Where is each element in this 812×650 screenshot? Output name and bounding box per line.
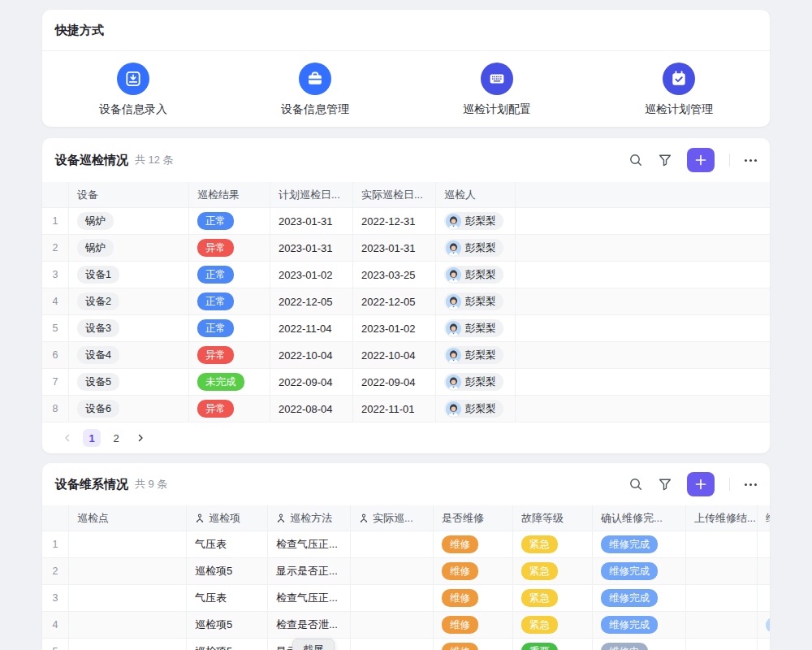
page-2-button[interactable]: 2 — [107, 429, 125, 447]
table-row[interactable]: 4设备2正常2022-12-052022-12-05彭梨梨 — [42, 288, 770, 315]
last-cell[interactable] — [758, 612, 770, 638]
item-cell[interactable]: 巡检项5 — [187, 639, 268, 650]
result-cell[interactable]: 正常 — [189, 208, 270, 234]
level-cell[interactable]: 紧急 — [513, 558, 593, 584]
empty-cell[interactable] — [516, 288, 770, 314]
table-row[interactable]: 6设备4异常2022-10-042022-10-04彭梨梨 — [42, 342, 770, 369]
device-cell[interactable]: 设备5 — [69, 369, 189, 395]
shortcut-item-plan-config[interactable]: 巡检计划配置 — [406, 51, 588, 127]
actual-date-cell[interactable]: 2022-12-31 — [353, 208, 436, 234]
header-cell[interactable]: 巡检结果 — [189, 182, 270, 207]
point-cell[interactable] — [69, 558, 187, 584]
device-cell[interactable]: 锅炉 — [69, 208, 189, 234]
level-cell[interactable]: 紧急 — [513, 612, 593, 638]
method-cell[interactable]: 检查气压正... — [268, 531, 351, 557]
repair-cell[interactable]: 维修 — [434, 585, 513, 611]
inspector-cell[interactable]: 彭梨梨 — [436, 396, 516, 422]
table-row[interactable]: 7设备5未完成2022-09-042022-09-04彭梨梨 — [42, 369, 770, 396]
header-cell[interactable]: 巡检点 — [69, 505, 187, 531]
add-record-button[interactable] — [687, 472, 715, 496]
result-cell[interactable]: 正常 — [189, 315, 270, 341]
upload-cell[interactable] — [686, 612, 758, 638]
method-cell[interactable]: 检查气压正... — [268, 585, 351, 611]
header-cell[interactable] — [516, 182, 770, 207]
header-cell[interactable]: 计划巡检日... — [270, 182, 353, 207]
repair-cell[interactable]: 维修 — [434, 558, 513, 584]
item-cell[interactable]: 气压表 — [187, 585, 268, 611]
device-cell[interactable]: 设备2 — [69, 288, 189, 314]
more-button[interactable] — [745, 483, 757, 486]
inspector-cell[interactable]: 彭梨梨 — [436, 288, 516, 314]
header-cell[interactable]: 实际巡检日... — [353, 182, 436, 207]
header-cell[interactable]: 故障等级 — [513, 505, 593, 531]
inspector-cell[interactable]: 彭梨梨 — [436, 369, 516, 395]
inspector-cell[interactable]: 彭梨梨 — [436, 235, 516, 261]
result-cell[interactable]: 正常 — [189, 262, 270, 288]
shortcut-item-plan-manage[interactable]: 巡检计划管理 — [588, 51, 770, 127]
confirm-cell[interactable]: 维修完成 — [593, 558, 686, 584]
confirm-cell[interactable]: 维修完成 — [593, 612, 686, 638]
plan-date-cell[interactable]: 2022-09-04 — [270, 369, 353, 395]
last-cell[interactable] — [758, 531, 770, 557]
actual-date-cell[interactable]: 2022-11-01 — [353, 396, 436, 422]
empty-cell[interactable] — [516, 396, 770, 422]
plan-date-cell[interactable]: 2023-01-31 — [270, 235, 353, 261]
upload-cell[interactable] — [686, 531, 758, 557]
actual-date-cell[interactable]: 2022-09-04 — [353, 369, 436, 395]
point-cell[interactable] — [69, 612, 187, 638]
device-cell[interactable]: 设备4 — [69, 342, 189, 368]
upload-cell[interactable] — [686, 639, 758, 650]
inspector-cell[interactable]: 彭梨梨 — [436, 208, 516, 234]
shortcut-item-device-entry[interactable]: 设备信息录入 — [42, 51, 224, 127]
item-cell[interactable]: 巡检项5 — [187, 558, 268, 584]
table-row[interactable]: 5巡检项5显示是否正...维修重要维修中 — [42, 639, 770, 650]
header-cell[interactable]: 实际巡... — [351, 505, 434, 531]
plan-date-cell[interactable]: 2023-01-02 — [270, 262, 353, 288]
result-cell[interactable]: 异常 — [189, 235, 270, 261]
last-cell[interactable] — [758, 585, 770, 611]
point-cell[interactable] — [69, 531, 187, 557]
inspector-cell[interactable]: 彭梨梨 — [436, 262, 516, 288]
table-row[interactable]: 3气压表检查气压正...维修紧急维修完成 — [42, 585, 770, 612]
item-cell[interactable]: 巡检项5 — [187, 612, 268, 638]
shortcut-item-device-manage[interactable]: 设备信息管理 — [224, 51, 406, 127]
table-row[interactable]: 3设备1正常2023-01-022023-03-25彭梨梨 — [42, 262, 770, 288]
method-cell[interactable]: 检查是否泄... — [268, 612, 351, 638]
empty-cell[interactable] — [516, 315, 770, 341]
empty-cell[interactable] — [516, 208, 770, 234]
actual-cell[interactable] — [351, 585, 434, 611]
header-cell[interactable]: 巡检方法 — [268, 505, 351, 531]
page-1-button[interactable]: 1 — [83, 429, 101, 447]
table-row[interactable]: 2巡检项5显示是否正...维修紧急维修完成 — [42, 558, 770, 585]
empty-cell[interactable] — [516, 369, 770, 395]
search-button[interactable] — [628, 477, 643, 492]
actual-date-cell[interactable]: 2023-01-31 — [353, 235, 436, 261]
actual-cell[interactable] — [351, 639, 434, 650]
table-row[interactable]: 8设备6异常2022-08-042022-11-01彭梨梨 — [42, 396, 770, 422]
filter-button[interactable] — [658, 477, 672, 492]
level-cell[interactable]: 紧急 — [513, 531, 593, 557]
actual-cell[interactable] — [351, 558, 434, 584]
plan-date-cell[interactable]: 2022-11-04 — [270, 315, 353, 341]
device-cell[interactable]: 锅炉 — [69, 235, 189, 261]
empty-cell[interactable] — [516, 235, 770, 261]
result-cell[interactable]: 异常 — [189, 396, 270, 422]
header-cell[interactable]: 设备 — [69, 182, 189, 207]
upload-cell[interactable] — [686, 585, 758, 611]
result-cell[interactable]: 未完成 — [189, 369, 270, 395]
filter-button[interactable] — [658, 153, 672, 167]
actual-date-cell[interactable]: 2023-01-02 — [353, 315, 436, 341]
table-row[interactable]: 1气压表检查气压正...维修紧急维修完成 — [42, 531, 770, 558]
table-row[interactable]: 5设备3正常2022-11-042023-01-02彭梨梨 — [42, 315, 770, 342]
method-cell[interactable]: 显示是否正... — [268, 558, 351, 584]
confirm-cell[interactable]: 维修完成 — [593, 531, 686, 557]
last-cell[interactable] — [758, 558, 770, 584]
point-cell[interactable] — [69, 585, 187, 611]
empty-cell[interactable] — [516, 262, 770, 288]
header-cell[interactable]: 是否维修 — [434, 505, 513, 531]
actual-cell[interactable] — [351, 612, 434, 638]
repair-cell[interactable]: 维修 — [434, 639, 513, 650]
level-cell[interactable]: 紧急 — [513, 585, 593, 611]
last-cell[interactable] — [758, 639, 770, 650]
device-cell[interactable]: 设备3 — [69, 315, 189, 341]
